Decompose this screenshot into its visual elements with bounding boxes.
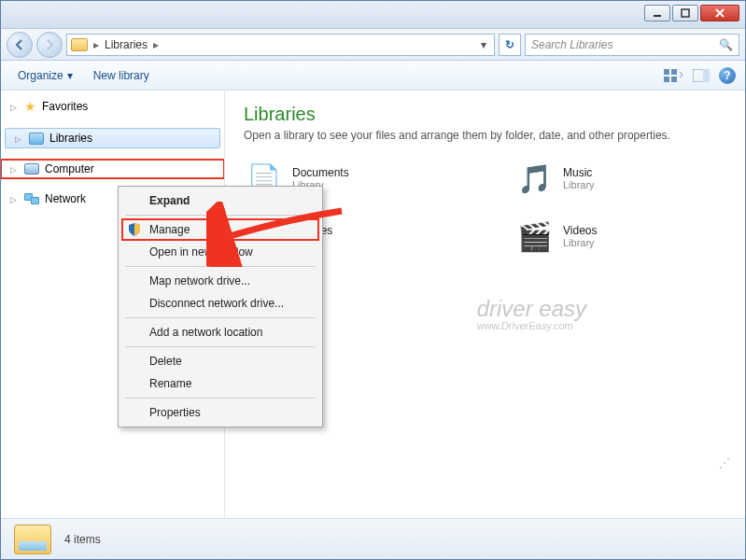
ctx-delete[interactable]: Delete [121,350,319,372]
ctx-add-network-location[interactable]: Add a network location [121,321,319,343]
address-bar[interactable]: ▸ Libraries ▸ ▾ [66,34,495,56]
ctx-disconnect-drive[interactable]: Disconnect network drive... [121,292,319,315]
sidebar-item-label: Network [45,192,86,205]
expand-icon: ▷ [10,195,19,203]
sidebar-item-label: Computer [45,162,94,175]
command-toolbar: Organize ▾ New library ? [1,61,745,91]
breadcrumb-separator: ▸ [93,38,99,51]
sidebar-item-computer[interactable]: ▷ Computer [1,160,224,178]
status-item-count: 4 items [64,533,101,546]
refresh-button[interactable]: ↻ [499,34,521,56]
svg-rect-6 [664,77,669,82]
close-button[interactable] [700,5,739,21]
navigation-bar: ▸ Libraries ▸ ▾ ↻ Search Libraries 🔍 [1,29,745,61]
sidebar-item-favorites[interactable]: ▷ ★ Favorites [1,96,224,117]
address-dropdown[interactable]: ▾ [477,38,490,51]
watermark: driver easy www.DriverEasy.com [477,296,586,331]
status-folder-icon [14,525,51,554]
page-subtitle: Open a library to see your files and arr… [244,129,726,142]
library-item-music[interactable]: 🎵 MusicLibrary [514,159,701,198]
ctx-map-drive[interactable]: Map network drive... [121,270,319,292]
svg-rect-7 [671,77,677,82]
expand-icon: ▷ [15,134,23,143]
expand-icon: ▷ [10,165,19,174]
search-icon: 🔍 [719,38,733,51]
maximize-button[interactable] [672,5,698,21]
sidebar-item-label: Favorites [42,100,88,113]
minimize-button[interactable] [644,5,670,21]
star-icon: ★ [24,99,36,114]
breadcrumb-separator: ▸ [153,38,159,51]
expand-icon: ▷ [10,103,19,111]
callout-arrow [206,202,346,270]
sidebar-item-label: Libraries [49,132,92,145]
ctx-rename[interactable]: Rename [121,372,319,395]
videos-icon: 🎬 [514,217,554,256]
ctx-separator [125,398,316,399]
library-item-videos[interactable]: 🎬 VideosLibrary [514,217,701,256]
page-title: Libraries [244,104,726,125]
svg-rect-9 [703,69,710,82]
change-view-button[interactable] [663,67,683,84]
computer-icon [24,163,39,175]
help-button[interactable]: ? [719,67,736,84]
music-icon: 🎵 [514,159,554,198]
main-area: ▷ ★ Favorites ▷ Libraries ▷ Computer ▷ N… [1,91,745,518]
status-bar: 4 items [1,518,745,559]
forward-button[interactable] [36,32,63,58]
back-button[interactable] [7,32,33,58]
breadcrumb-libraries[interactable]: Libraries [105,38,148,51]
svg-rect-5 [671,69,677,75]
organize-button[interactable]: Organize ▾ [10,65,80,86]
svg-rect-4 [664,69,669,75]
window-titlebar [1,1,745,29]
search-box[interactable]: Search Libraries 🔍 [525,34,739,56]
chevron-down-icon: ▾ [67,69,73,82]
preview-pane-button[interactable] [691,67,711,84]
shield-icon [127,222,142,237]
search-placeholder: Search Libraries [531,38,612,51]
resize-grip[interactable]: ⋰ [719,456,732,469]
sidebar-item-libraries[interactable]: ▷ Libraries [5,128,220,148]
ctx-separator [125,346,316,347]
libraries-icon [29,133,44,145]
ctx-properties[interactable]: Properties [121,401,319,424]
new-library-button[interactable]: New library [86,65,157,86]
svg-rect-1 [682,9,689,17]
folder-icon [71,38,88,51]
network-icon [24,193,39,204]
ctx-separator [125,317,316,318]
